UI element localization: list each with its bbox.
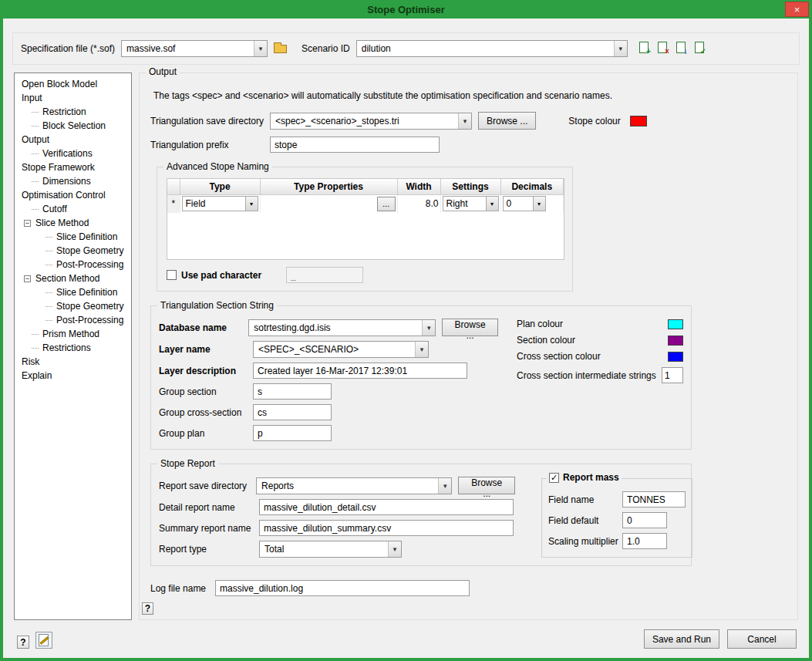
browse-database-button[interactable]: Browse ...	[442, 319, 498, 336]
cross-section-intermediate-strings-input[interactable]	[662, 367, 683, 383]
type-properties-column-header[interactable]: Type Properties	[260, 179, 397, 194]
close-button[interactable]: ×	[785, 2, 809, 17]
browse-triangulation-directory-button[interactable]: Browse ...	[478, 112, 536, 130]
sidebar-item-dimensions[interactable]: Dimensions	[15, 174, 131, 188]
sidebar-item-section-method-stope-geometry[interactable]: Stope Geometry	[15, 299, 131, 313]
cross-section-colour-swatch[interactable]	[668, 352, 683, 362]
sidebar-item-label: Input	[20, 93, 44, 103]
scenario-import-button[interactable]: ↓	[674, 41, 689, 56]
decimals-column-header[interactable]: Decimals	[500, 179, 564, 194]
scenario-save-button[interactable]: ✓	[692, 41, 708, 56]
width-column-header[interactable]: Width	[397, 179, 440, 194]
stope-naming-table[interactable]: Type Type Properties Width Settings Deci…	[167, 178, 564, 260]
scenario-id-combo[interactable]: dilution ▾	[356, 40, 628, 57]
chevron-down-icon[interactable]: ▾	[458, 113, 471, 129]
use-pad-character-checkbox[interactable]	[167, 270, 177, 280]
row-selector[interactable]: *	[167, 194, 180, 213]
arrow-down-icon: ↓	[684, 48, 688, 56]
cancel-button[interactable]: Cancel	[727, 629, 797, 649]
titlebar[interactable]: Stope Optimiser	[0, 0, 812, 19]
chevron-down-icon[interactable]: ▾	[388, 541, 401, 557]
sidebar-item-slice-method[interactable]: −Slice Method	[15, 216, 131, 230]
field-name-input[interactable]	[622, 491, 686, 508]
stope-colour-swatch[interactable]	[630, 116, 647, 126]
sidebar-item-open-block-model[interactable]: Open Block Model	[15, 77, 131, 91]
log-file-name-input[interactable]	[215, 580, 470, 596]
collapse-icon[interactable]: −	[24, 220, 31, 227]
group-section-input[interactable]	[253, 383, 332, 400]
report-type-combo[interactable]: Total ▾	[259, 541, 402, 558]
chevron-down-icon[interactable]: ▾	[254, 41, 267, 56]
layer-description-input[interactable]	[253, 363, 467, 379]
scenario-delete-button[interactable]: ×	[655, 41, 671, 56]
group-title: Triangulation Section String	[157, 300, 277, 311]
plan-colour-swatch[interactable]	[668, 319, 683, 329]
sidebar-item-slice-method-slice-definition[interactable]: Slice Definition	[15, 230, 131, 244]
database-name-combo[interactable]: sotrtesting.dgd.isis ▾	[248, 319, 436, 336]
triangulation-prefix-input[interactable]	[270, 137, 440, 153]
group-title: Stope Report	[157, 458, 218, 469]
panel-help-button[interactable]: ?	[142, 602, 153, 615]
group-cross-section-input[interactable]	[253, 404, 332, 420]
report-save-directory-value: Reports	[257, 481, 438, 491]
sidebar-item-restriction[interactable]: Restriction	[15, 105, 131, 119]
scaling-multiplier-input[interactable]	[622, 533, 667, 549]
sidebar-item-verifications[interactable]: Verifications	[15, 147, 131, 160]
sidebar-item-label: Prism Method	[41, 329, 101, 339]
detail-report-name-input[interactable]	[259, 499, 514, 515]
section-colour-swatch[interactable]	[668, 336, 683, 346]
help-button[interactable]: ?	[17, 636, 29, 649]
report-save-directory-combo[interactable]: Reports ▾	[256, 477, 452, 494]
sidebar-item-section-method-post-processing[interactable]: Post-Processing	[15, 313, 131, 327]
sidebar-item-risk[interactable]: Risk	[15, 355, 131, 369]
advanced-stope-naming-group: Advanced Stope Naming Type Type Properti…	[157, 167, 573, 292]
sidebar-item-slice-method-stope-geometry[interactable]: Stope Geometry	[15, 244, 131, 258]
chevron-down-icon[interactable]: ▾	[415, 342, 428, 357]
sidebar-item-restrictions[interactable]: Restrictions	[15, 341, 131, 355]
chevron-down-icon[interactable]: ▾	[438, 478, 451, 494]
sidebar-item-stope-framework[interactable]: Stope Framework	[15, 160, 131, 174]
settings-column-header[interactable]: Settings	[440, 179, 500, 194]
save-and-run-button[interactable]: Save and Run	[644, 629, 719, 649]
chevron-down-icon[interactable]: ▾	[614, 41, 627, 56]
chevron-down-icon[interactable]: ▾	[533, 197, 545, 211]
summary-report-name-input[interactable]	[259, 520, 514, 536]
type-dropdown[interactable]: Field ▾	[182, 196, 258, 211]
decimals-dropdown[interactable]: 0 ▾	[503, 196, 546, 211]
check-icon: ✓	[699, 48, 706, 56]
spec-file-combo[interactable]: massive.sof ▾	[121, 40, 268, 57]
scenario-new-button[interactable]: +	[637, 41, 652, 56]
type-cell: Field ▾	[180, 194, 260, 213]
group-plan-input[interactable]	[253, 425, 332, 441]
sidebar-item-prism-method[interactable]: Prism Method	[15, 327, 131, 341]
browse-report-directory-button[interactable]: Browse ...	[458, 477, 515, 494]
type-properties-button[interactable]: ...	[377, 197, 396, 211]
settings-dropdown[interactable]: Right ▾	[443, 196, 499, 211]
field-default-input[interactable]	[622, 512, 667, 528]
report-mass-checkbox[interactable]: ✓	[549, 473, 559, 483]
sidebar-item-label: Section Method	[34, 273, 101, 284]
chevron-down-icon[interactable]: ▾	[486, 197, 498, 211]
edit-notes-button[interactable]	[35, 632, 52, 649]
sidebar-item-section-method-slice-definition[interactable]: Slice Definition	[15, 285, 131, 299]
layer-name-combo[interactable]: <SPEC>_<SCENARIO> ▾	[253, 341, 429, 358]
sidebar-item-optimisation-control[interactable]: Optimisation Control	[15, 188, 131, 202]
open-spec-file-button[interactable]	[272, 41, 289, 56]
scaling-multiplier-label: Scaling multiplier	[548, 536, 622, 547]
checkmark-icon: ✓	[551, 474, 558, 482]
sidebar-item-input[interactable]: Input	[15, 91, 131, 105]
sidebar-item-section-method[interactable]: −Section Method	[15, 271, 131, 285]
sidebar-item-explain[interactable]: Explain	[15, 369, 131, 383]
sidebar-item-cutoff[interactable]: Cutoff	[15, 202, 131, 216]
type-column-header[interactable]: Type	[180, 179, 260, 194]
sidebar-item-label: Explain	[20, 370, 53, 381]
sidebar-item-slice-method-post-processing[interactable]: Post-Processing	[15, 258, 131, 271]
sidebar-item-block-selection[interactable]: Block Selection	[15, 119, 131, 133]
specification-toolbar: Specification file (*.sof) massive.sof ▾…	[12, 32, 800, 65]
chevron-down-icon[interactable]: ▾	[245, 197, 258, 211]
collapse-icon[interactable]: −	[24, 275, 31, 282]
width-cell[interactable]: 8.0	[397, 194, 440, 213]
sidebar-item-output[interactable]: Output	[15, 133, 131, 147]
chevron-down-icon[interactable]: ▾	[422, 320, 435, 336]
triangulation-save-directory-combo[interactable]: <spec>_<scenario>_stopes.tri ▾	[270, 113, 472, 130]
